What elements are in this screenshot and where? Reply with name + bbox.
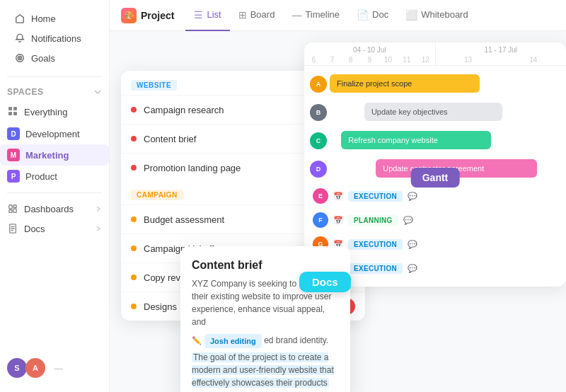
tab-doc[interactable]: 📄 Doc	[348, 0, 397, 31]
gantt-av-1: A	[310, 76, 327, 93]
status-badge-execution-1: EXECUTION	[348, 191, 403, 202]
docs-panel-title: Content brief	[192, 259, 339, 272]
sidebar-divider-2	[7, 192, 102, 193]
sidebar-item-everything-label: Everything	[24, 107, 67, 117]
chat-icon-3: 💬	[405, 240, 420, 249]
product-dot: P	[7, 170, 20, 183]
task-dot-red-2	[131, 136, 137, 142]
sidebar-divider-1	[7, 76, 102, 77]
gantt-bar-finalize[interactable]: Finalize project scope	[330, 74, 480, 93]
chat-icon-2: 💬	[401, 216, 415, 225]
sidebar-item-goals[interactable]: Goals	[7, 48, 102, 68]
svg-rect-8	[13, 205, 16, 208]
svg-rect-3	[8, 107, 12, 110]
docs-body-text-2: ed brand identity.	[264, 335, 328, 345]
svg-rect-9	[9, 210, 12, 213]
gantt-calendar-icon-1: 📅	[331, 192, 345, 201]
website-badge: WEBSITE	[131, 80, 177, 91]
tab-timeline[interactable]: — Timeline	[283, 0, 348, 31]
chevron-right-docs-icon	[95, 225, 102, 232]
docs-bubble-label: Docs	[299, 272, 351, 292]
task-label: Designs	[144, 301, 177, 312]
gantt-day: 12	[419, 56, 432, 64]
avatar-dash: —	[54, 363, 63, 374]
chevron-down-icon	[93, 88, 102, 96]
gantt-day: 8	[345, 56, 357, 64]
svg-rect-7	[9, 205, 12, 209]
avatar-a[interactable]: A	[25, 358, 45, 378]
tab-board[interactable]: ⊞ Board	[230, 0, 284, 31]
main-content: 🎨 Project ☰ List ⊞ Board — Timeline 📄 Do…	[110, 0, 566, 392]
sidebar-item-product[interactable]: P Product	[0, 166, 109, 187]
gantt-day: 7	[326, 56, 339, 64]
sidebar-item-home-label: Home	[31, 13, 56, 24]
chevron-right-icon	[95, 205, 102, 212]
gantt-av-4: D	[310, 161, 327, 178]
sidebar-item-everything[interactable]: Everything	[0, 101, 109, 123]
task-dot-yellow-4	[131, 304, 137, 309]
gantt-bar-container-1: Finalize project scope	[330, 74, 560, 94]
sidebar-spaces-header: Spaces	[0, 83, 109, 101]
spaces-label: Spaces	[7, 87, 43, 97]
task-label: Promotion landing page	[144, 163, 241, 173]
gantt-day: 14	[527, 56, 540, 64]
sidebar-item-docs[interactable]: Docs	[0, 219, 109, 238]
tab-list[interactable]: ☰ List	[185, 0, 229, 31]
avatar-s[interactable]: S	[7, 358, 27, 378]
top-nav: 🎨 Project ☰ List ⊞ Board — Timeline 📄 Do…	[110, 0, 566, 31]
task-dot-red-1	[131, 107, 137, 113]
docs-panel: Content brief XYZ Company is seeking to …	[180, 246, 350, 393]
timeline-tab-icon: —	[291, 9, 301, 21]
svg-rect-5	[8, 112, 12, 115]
sidebar-item-marketing[interactable]: M Marketing	[0, 144, 109, 166]
sidebar-item-development-label: Development	[25, 129, 80, 139]
svg-point-2	[19, 57, 21, 59]
gantt-week2-label: 11 - 17 Jul	[436, 46, 567, 54]
gantt-day: 6	[307, 56, 320, 64]
gantt-day: 10	[382, 56, 395, 64]
gantt-lower-row-2: F 📅 PLANNING 💬	[310, 209, 560, 231]
svg-rect-4	[13, 107, 17, 110]
sidebar-item-marketing-label: Marketing	[25, 150, 69, 161]
gantt-day: 13	[462, 56, 475, 64]
task-label: Campaign research	[144, 105, 224, 115]
project-title: 🎨 Project	[121, 8, 174, 23]
gantt-bar-update-key[interactable]: Update key objectives	[364, 103, 503, 121]
task-dot-yellow-3	[131, 275, 137, 280]
docs-edit-tag[interactable]: Josh editing	[204, 334, 262, 349]
whiteboard-tab-icon: ⬜	[405, 9, 417, 21]
sidebar-item-development[interactable]: D Development	[0, 123, 109, 144]
tab-whiteboard[interactable]: ⬜ Whiteboard	[397, 0, 476, 31]
sidebar-item-notifications[interactable]: Notifications	[7, 28, 102, 48]
content-area: ASSIGNEE WEBSITE Campaign research A Con…	[110, 31, 566, 392]
dashboards-icon	[7, 203, 18, 214]
sidebar-item-dashboards[interactable]: Dashboards	[0, 199, 109, 219]
gantt-bar-refresh[interactable]: Refresh company website	[341, 131, 491, 149]
gantt-day: 9	[363, 56, 376, 64]
gantt-lower-av-2: F	[313, 212, 328, 228]
docs-edit-tag-container: ✏️ Josh editing	[192, 331, 262, 350]
gantt-week1: 04 - 10 Jul 6 7 8 9 10 11 12	[304, 42, 436, 65]
sidebar-dashboards-label: Dashboards	[24, 204, 74, 214]
gantt-lower-av-1: E	[313, 188, 328, 204]
gantt-bar-container-3: Refresh company website	[330, 131, 560, 151]
project-icon: 🎨	[121, 8, 137, 23]
gantt-day: 11	[400, 56, 413, 64]
list-tab-icon: ☰	[194, 9, 203, 21]
status-badge-execution-3: EXECUTION	[348, 263, 403, 274]
board-tab-icon: ⊞	[238, 9, 247, 21]
development-dot: D	[7, 127, 20, 140]
gantt-row-1: A Finalize project scope	[310, 71, 560, 97]
sidebar-item-home[interactable]: Home	[7, 8, 102, 28]
task-dot-yellow-2	[131, 246, 137, 251]
edit-pencil-icon: ✏️	[192, 335, 202, 347]
gantt-week2: 11 - 17 Jul 13 14	[436, 42, 567, 65]
status-badge-planning: PLANNING	[348, 215, 398, 226]
docs-body-text-3: The goal of the project is to create a m…	[192, 352, 334, 388]
sidebar-docs-label: Docs	[24, 224, 45, 234]
chat-icon-4: 💬	[405, 264, 420, 273]
everything-grid-icon	[7, 105, 18, 119]
goals-icon	[14, 52, 25, 64]
gantt-tooltip: Gantt	[411, 168, 460, 188]
sidebar: Home Notifications Goals Spac	[0, 0, 110, 392]
